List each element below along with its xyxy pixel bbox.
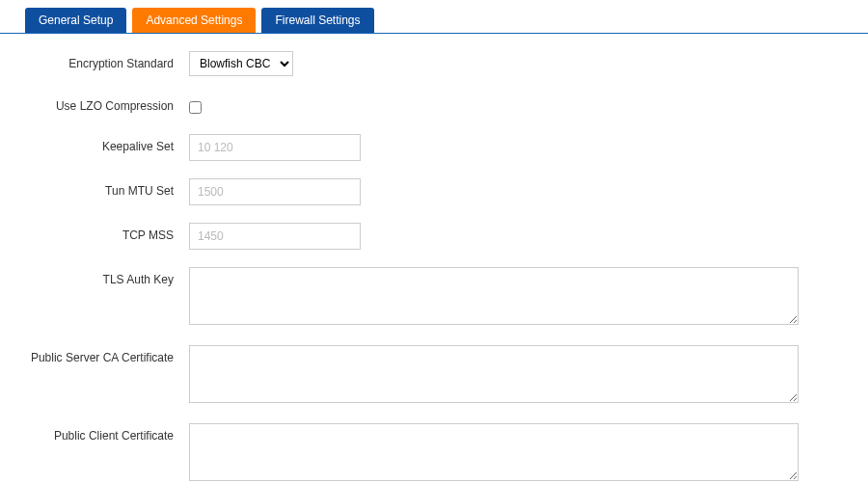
tls-auth-key-textarea[interactable]: [189, 267, 799, 325]
public-client-cert-label: Public Client Certificate: [23, 423, 189, 443]
tab-firewall-settings[interactable]: Firewall Settings: [261, 8, 373, 33]
lzo-compression-checkbox[interactable]: [189, 101, 202, 114]
encryption-standard-select[interactable]: Blowfish CBC: [189, 51, 293, 76]
encryption-standard-label: Encryption Standard: [23, 51, 189, 70]
keepalive-set-label: Keepalive Set: [23, 134, 189, 153]
tcp-mss-label: TCP MSS: [23, 223, 189, 242]
tab-general-setup[interactable]: General Setup: [25, 8, 126, 33]
tab-bar: General Setup Advanced Settings Firewall…: [0, 0, 868, 34]
tun-mtu-set-input[interactable]: [189, 178, 361, 205]
keepalive-set-input[interactable]: [189, 134, 361, 161]
public-client-cert-textarea[interactable]: [189, 423, 799, 481]
lzo-compression-label: Use LZO Compression: [23, 94, 189, 113]
tab-advanced-settings[interactable]: Advanced Settings: [132, 8, 256, 33]
form-area: Encryption Standard Blowfish CBC Use LZO…: [0, 34, 868, 483]
tun-mtu-set-label: Tun MTU Set: [23, 178, 189, 198]
tls-auth-key-label: TLS Auth Key: [23, 267, 189, 286]
public-server-ca-textarea[interactable]: [189, 345, 799, 403]
public-server-ca-label: Public Server CA Certificate: [23, 345, 189, 364]
tcp-mss-input[interactable]: [189, 223, 361, 250]
